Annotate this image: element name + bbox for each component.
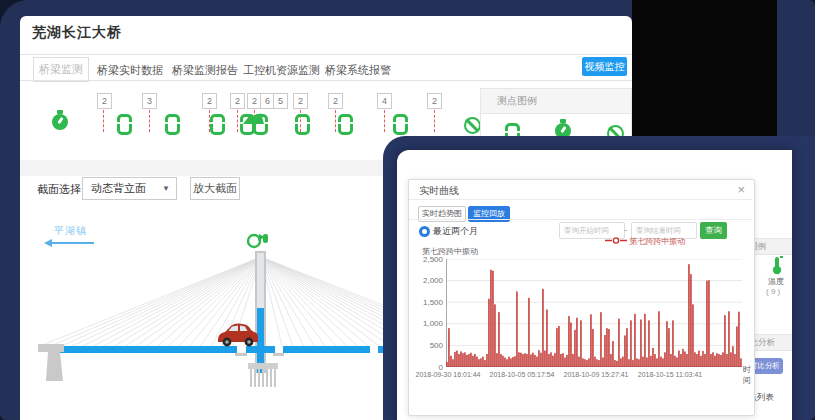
sensor-count-badge: 2 — [202, 93, 217, 109]
sensor-count-badge: 2 — [230, 93, 245, 109]
sensor-count-badge: 2 — [427, 93, 442, 109]
disabled-sensor-icon[interactable] — [464, 117, 481, 134]
legend-marker-icon — [605, 237, 627, 244]
tab-monitor-report[interactable]: 桥梁监测报告 — [172, 63, 238, 78]
vibration-chart — [446, 259, 742, 367]
dialog-titlebar-divider — [409, 199, 752, 200]
thermometer-icon — [771, 256, 783, 275]
sensor-count-badge: 5 — [273, 93, 288, 109]
sensor-dropline — [434, 110, 435, 132]
sensor-dropline — [103, 110, 104, 132]
chain-sensor-icon[interactable] — [295, 114, 310, 135]
sensor-count-badge: 2 — [328, 93, 343, 109]
sensor-dropline — [384, 110, 385, 132]
tab-system-alarm[interactable]: 桥梁系统报警 — [325, 63, 391, 78]
chain-sensor-icon[interactable] — [338, 114, 353, 135]
recent-two-months-radio[interactable] — [419, 226, 430, 237]
stopwatch-sensor-icon[interactable] — [52, 114, 68, 130]
bridge-pier-cap — [248, 363, 278, 369]
tabbar-divider — [20, 80, 632, 81]
date-range-separator: - — [624, 225, 627, 235]
video-monitor-button[interactable]: 视频监控 — [582, 57, 627, 76]
header-divider — [20, 54, 632, 55]
bridge-left-pier — [38, 344, 64, 352]
rotate-sensor-icon — [248, 234, 268, 247]
sensor-count-badge: 2 — [293, 93, 308, 109]
legend-label: 第七跨跨中振动 — [629, 237, 685, 246]
sensor-count-badge: 4 — [377, 93, 392, 109]
bridge-piles — [251, 369, 275, 387]
x-axis-title: 时间 — [743, 364, 754, 386]
chevron-down-icon: ▼ — [162, 178, 170, 199]
chain-sensor-icon[interactable] — [210, 114, 225, 135]
dialog-tab-divider — [409, 219, 752, 220]
chain-sensor-icon[interactable] — [165, 114, 180, 135]
screenshot-canvas: 芜湖长江大桥 桥梁监测 桥梁实时数据 桥梁监测报告 工控机资源监测 桥梁系统报警… — [0, 0, 815, 420]
sensor-dropline — [335, 110, 336, 132]
car-on-bridge — [218, 324, 258, 347]
sensor-count-badge: 2 — [97, 93, 112, 109]
enlarge-section-button[interactable]: 放大截面 — [190, 177, 240, 200]
chart-legend-item[interactable]: 第七跨跨中振动 — [605, 236, 685, 247]
temperature-label: 温度 — [768, 276, 784, 287]
realtime-curve-dialog: 实时曲线 × 实时趋势图 监控回放 最近两个月 - 查询 第七跨跨中振动 第七跨… — [408, 179, 755, 416]
close-icon[interactable]: × — [737, 183, 745, 196]
tab-realtime-data[interactable]: 桥梁实时数据 — [97, 63, 163, 78]
tab-ipc-resource[interactable]: 工控机资源监测 — [243, 63, 320, 78]
dialog-title: 实时曲线 — [419, 184, 459, 198]
query-button[interactable]: 查询 — [700, 222, 727, 239]
sensor-dropline — [237, 110, 238, 132]
page-title: 芜湖长江大桥 — [32, 24, 122, 42]
section-select-value: 动态背立面 — [91, 182, 146, 194]
section-select-dropdown[interactable]: 动态背立面 ▼ — [82, 177, 177, 200]
chain-sensor-icon[interactable] — [393, 114, 408, 135]
chain-sensor-icon[interactable] — [117, 114, 132, 135]
recent-two-months-label: 最近两个月 — [433, 225, 478, 238]
sensor-dropline — [149, 110, 150, 132]
sensor-count-badge: 3 — [142, 93, 157, 109]
temperature-count: ( 9 ) — [766, 287, 780, 296]
legend-panel-title: 测点图例 — [481, 89, 631, 114]
gantry-sensor-icon[interactable] — [242, 112, 266, 125]
tab-bridge-monitor[interactable]: 桥梁监测 — [33, 57, 89, 82]
dark-backdrop — [632, 0, 777, 145]
secondary-window: 图例 温度 ( 9 ) 对比分析 对比分析 测点列表 实时曲线 × 实时趋势图 … — [397, 150, 792, 420]
